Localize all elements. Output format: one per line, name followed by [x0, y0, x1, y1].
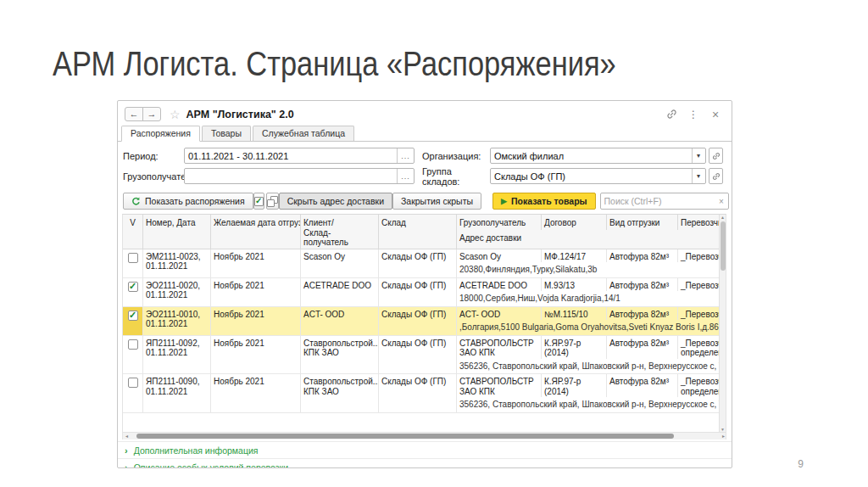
vertical-scrollbar[interactable]: ▲ ▼ [719, 215, 726, 433]
cell-carrier[interactable]: _Перевозч [678, 307, 719, 321]
back-button[interactable]: ← [125, 107, 143, 121]
header-consignee[interactable]: Грузополучатель [457, 215, 542, 230]
hide-address-button[interactable]: Скрыть адрес доставки [279, 193, 392, 210]
cell-consignee[interactable]: ACT- OOD [457, 307, 542, 321]
cell-contract[interactable]: К.ЯР.97-р (2014) [542, 374, 607, 397]
cell-desired-date[interactable]: Ноябрь 2021 [211, 249, 301, 277]
cell-client[interactable]: Ставропольстрой... КПК ЗАО [301, 374, 379, 412]
row-checkbox[interactable]: ✓ [128, 311, 138, 321]
consignees-field[interactable]: ... [184, 168, 415, 184]
consignees-choose-button[interactable]: ... [397, 169, 414, 183]
cell-warehouse[interactable]: Склады ОФ (ГП) [379, 278, 457, 306]
row-checkbox[interactable] [128, 339, 138, 350]
cell-shipment-type[interactable]: Автофура 82м³ [607, 307, 678, 321]
cell-number[interactable]: ЯП2111-0090, 01.11.2021 [143, 374, 211, 412]
cell-client[interactable]: Scason Oy [301, 249, 379, 277]
cell-number[interactable]: ЭО2111-0010, 01.11.2021 [143, 307, 211, 335]
cell-desired-date[interactable]: Ноябрь 2021 [211, 374, 301, 412]
cell-contract[interactable]: М.93/13 [542, 278, 607, 292]
cell-address[interactable]: 356236, Ставропольский край, Шпаковский … [457, 359, 719, 374]
show-goods-button[interactable]: ▶ Показать товары [492, 193, 596, 210]
tab-service-table[interactable]: Служебная таблица [253, 126, 354, 142]
tab-orders[interactable]: Распоряжения [121, 126, 200, 142]
row-checkbox[interactable]: ✓ [128, 282, 138, 292]
organization-dropdown-icon[interactable]: ▾ [692, 148, 705, 163]
cell-desired-date[interactable]: Ноябрь 2021 [211, 336, 301, 374]
scroll-up-icon[interactable]: ▲ [720, 215, 726, 221]
cell-contract[interactable]: К.ЯР.97-р (2014) [542, 336, 607, 359]
table-row-selected[interactable]: ✓ ЭО2111-0010, 01.11.2021 Ноябрь 2021 AC… [123, 307, 719, 336]
cell-address[interactable]: 18000,Сербия,Ниш,Vojda Karadjorjia,14/1 [457, 291, 719, 306]
period-field[interactable]: ... [184, 148, 415, 164]
organization-open-button[interactable] [709, 148, 723, 164]
cell-number[interactable]: ЭО2111-0020, 01.11.2021 [143, 278, 211, 306]
search-clear-icon[interactable]: × [715, 197, 728, 206]
cell-carrier[interactable]: _Перевозч [678, 249, 719, 263]
cell-shipment-type[interactable]: Автофура 82м³ [607, 374, 678, 397]
cell-consignee[interactable]: Scason Oy [457, 249, 542, 263]
close-icon[interactable]: × [708, 107, 723, 122]
table-row[interactable]: ЯП2111-0090, 01.11.2021 Ноябрь 2021 Став… [123, 374, 719, 413]
scroll-right-icon[interactable]: ▸ [722, 434, 725, 439]
horizontal-scroll-thumb[interactable] [136, 434, 674, 439]
header-check[interactable]: V [123, 215, 143, 249]
section-special-conditions[interactable]: › Описание особых условий перевозки [118, 458, 732, 468]
more-menu-icon[interactable]: ⋮ [686, 107, 701, 122]
header-carrier[interactable]: Перевозчик [678, 215, 719, 230]
cell-client[interactable]: Ставропольстрой... КПК ЗАО [301, 336, 379, 374]
cell-shipment-type[interactable]: Автофура 82м³ [607, 278, 678, 292]
closures-hidden-button[interactable]: Закрытия скрыты [392, 193, 481, 210]
row-checkbox[interactable] [128, 378, 138, 388]
header-desired-date[interactable]: Желаемая дата отгрузки [211, 215, 301, 249]
cell-desired-date[interactable]: Ноябрь 2021 [211, 278, 301, 306]
cell-desired-date[interactable]: Ноябрь 2021 [211, 307, 301, 335]
cell-contract[interactable]: МФ.124/17 [542, 249, 607, 263]
cell-carrier[interactable]: _Перевозч определен [678, 336, 719, 359]
cell-warehouse[interactable]: Склады ОФ (ГП) [379, 249, 457, 277]
cell-address[interactable]: 20380,Финляндия,Турку,Silakatu,3b [457, 262, 719, 277]
organization-input[interactable] [491, 151, 692, 161]
cell-warehouse[interactable]: Склады ОФ (ГП) [379, 336, 457, 374]
row-checkbox[interactable] [128, 253, 138, 263]
organization-field[interactable]: ▾ [490, 148, 706, 164]
warehouse-group-input[interactable] [491, 171, 692, 182]
cell-contract[interactable]: №М.115/10 [542, 307, 607, 321]
header-warehouse[interactable]: Склад [379, 215, 457, 249]
cell-warehouse[interactable]: Склады ОФ (ГП) [379, 307, 457, 335]
header-address[interactable]: Адрес доставки [457, 230, 719, 248]
header-shipment-type[interactable]: Вид отгрузки [607, 215, 678, 230]
table-row[interactable]: ЯП2111-0092, 01.11.2021 Ноябрь 2021 Став… [123, 336, 719, 375]
forward-button[interactable]: → [142, 107, 161, 121]
warehouse-group-open-button[interactable] [709, 168, 723, 184]
cell-shipment-type[interactable]: Автофура 82м³ [607, 336, 678, 359]
cell-consignee[interactable]: СТАВРОПОЛЬСТР ЗАО КПК [457, 336, 542, 359]
cell-number[interactable]: ЯП2111-0092, 01.11.2021 [143, 336, 211, 374]
vertical-scroll-thumb[interactable] [721, 221, 726, 271]
cell-carrier[interactable]: _Перевозч [678, 278, 719, 292]
cell-warehouse[interactable]: Склады ОФ (ГП) [379, 374, 457, 412]
cell-number[interactable]: ЭМ2111-0023, 01.11.2021 [143, 249, 211, 277]
section-additional-info[interactable]: › Дополнительная информация [118, 441, 732, 458]
cell-consignee[interactable]: ACETRADE DOO [457, 278, 542, 292]
header-contract[interactable]: Договор [542, 215, 607, 230]
consignees-input[interactable] [185, 171, 397, 182]
warehouse-group-dropdown-icon[interactable]: ▾ [692, 169, 705, 183]
tab-goods[interactable]: Товары [202, 126, 251, 142]
favorite-star-icon[interactable]: ☆ [170, 108, 181, 121]
search-box[interactable]: × [600, 193, 729, 210]
search-input[interactable] [601, 196, 715, 206]
warehouse-group-field[interactable]: ▾ [490, 168, 706, 184]
cell-address[interactable]: ,Болгария,5100 Bulgaria,Goma Oryahovitsa… [457, 320, 719, 335]
header-client[interactable]: Клиент/ Склад-получатель [301, 215, 379, 249]
period-choose-button[interactable]: ... [397, 148, 414, 163]
horizontal-scrollbar[interactable]: ◂ ▸ [123, 432, 726, 439]
cell-carrier[interactable]: _Перевозч определен [678, 374, 719, 397]
scroll-left-icon[interactable]: ◂ [125, 434, 128, 439]
check-all-button[interactable]: ✓ [253, 193, 264, 210]
cell-client[interactable]: ACT- OOD [301, 307, 379, 335]
cell-client[interactable]: ACETRADE DOO [301, 278, 379, 306]
show-orders-button[interactable]: Показать распоряжения [123, 193, 253, 210]
table-row[interactable]: ✓ ЭО2111-0020, 01.11.2021 Ноябрь 2021 AC… [123, 278, 719, 307]
uncheck-all-button[interactable] [266, 193, 279, 210]
period-input[interactable] [185, 151, 397, 161]
